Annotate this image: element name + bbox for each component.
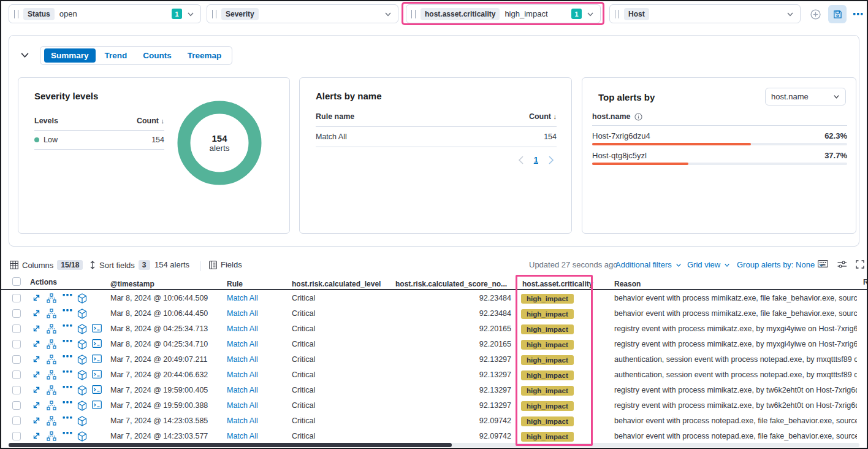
rule-link[interactable]: Match All <box>227 370 258 379</box>
analyzer-graph-icon[interactable] <box>47 339 56 349</box>
sort-fields-button[interactable]: Sort fields 3 <box>89 260 150 270</box>
add-filter-button[interactable] <box>806 5 824 23</box>
more-actions-icon[interactable] <box>63 339 72 349</box>
row-checkbox[interactable] <box>12 416 21 425</box>
analyzer-graph-icon[interactable] <box>47 293 56 303</box>
more-actions-icon[interactable] <box>63 309 72 318</box>
tab-trend[interactable]: Trend <box>98 48 134 63</box>
rule-link[interactable]: Match All <box>227 294 258 302</box>
select-all-checkbox[interactable] <box>12 277 21 286</box>
session-view-icon[interactable] <box>77 309 87 318</box>
fullscreen-button[interactable] <box>856 260 864 269</box>
expand-alert-icon[interactable] <box>32 370 42 380</box>
drag-handle-icon[interactable] <box>212 10 216 18</box>
tab-treemap[interactable]: Treemap <box>181 48 229 63</box>
analyzer-graph-icon[interactable] <box>47 385 56 395</box>
row-checkbox[interactable] <box>12 401 21 410</box>
grid-settings-button[interactable] <box>837 260 847 269</box>
expand-alert-icon[interactable] <box>32 416 42 426</box>
analyzer-graph-icon[interactable] <box>47 309 56 318</box>
query-menu-button[interactable] <box>849 5 867 23</box>
expand-alert-icon[interactable] <box>32 339 42 349</box>
row-checkbox[interactable] <box>12 324 21 333</box>
drag-handle-icon[interactable] <box>615 10 619 18</box>
drag-handle-icon[interactable] <box>411 10 416 18</box>
expand-alert-icon[interactable] <box>32 431 42 441</box>
session-view-icon[interactable] <box>77 385 87 395</box>
row-checkbox[interactable] <box>12 370 21 379</box>
rule-link[interactable]: Match All <box>227 432 258 440</box>
expand-alert-icon[interactable] <box>32 385 42 395</box>
rule-link[interactable]: Match All <box>227 386 258 394</box>
session-view-icon[interactable] <box>77 370 87 380</box>
more-actions-icon[interactable] <box>63 416 72 426</box>
session-view-icon[interactable] <box>77 416 87 426</box>
page-number[interactable]: 1 <box>534 155 538 164</box>
grid-view-dropdown[interactable]: Grid view <box>687 260 730 269</box>
expand-alert-icon[interactable] <box>32 355 42 364</box>
row-checkbox[interactable] <box>12 355 21 364</box>
filter-pill-status[interactable]: Status open 1 <box>9 4 201 23</box>
fields-button[interactable]: Fields <box>209 260 242 269</box>
more-actions-icon[interactable] <box>63 385 72 395</box>
rule-link[interactable]: Match All <box>227 355 258 364</box>
analyzer-graph-icon[interactable] <box>47 370 56 380</box>
more-actions-icon[interactable] <box>63 401 72 410</box>
expand-alert-icon[interactable] <box>32 401 42 410</box>
rule-link[interactable]: Match All <box>227 401 258 410</box>
tab-counts[interactable]: Counts <box>136 48 178 63</box>
terminal-icon[interactable] <box>92 324 102 334</box>
save-query-button[interactable] <box>828 5 847 23</box>
row-checkbox[interactable] <box>12 386 21 394</box>
rule-link[interactable]: Match All <box>227 340 258 348</box>
more-actions-icon[interactable] <box>63 324 72 334</box>
session-view-icon[interactable] <box>77 324 87 334</box>
session-view-icon[interactable] <box>77 431 87 441</box>
rule-link[interactable]: Match All <box>227 309 258 318</box>
horizontal-scrollbar[interactable] <box>9 443 859 447</box>
rule-link[interactable]: Match All <box>227 416 258 425</box>
additional-filters-dropdown[interactable]: Additional filters <box>615 260 682 269</box>
terminal-icon[interactable] <box>92 385 102 395</box>
more-actions-icon[interactable] <box>63 431 72 441</box>
session-view-icon[interactable] <box>77 293 87 303</box>
row-checkbox[interactable] <box>12 340 21 348</box>
group-alerts-dropdown[interactable]: Group alerts by: None <box>737 260 824 269</box>
col-header-count[interactable]: Count ↓ <box>529 112 557 121</box>
row-checkbox[interactable] <box>12 432 21 440</box>
terminal-icon[interactable] <box>92 339 102 349</box>
expand-alert-icon[interactable] <box>32 324 42 334</box>
more-actions-icon[interactable] <box>63 370 72 380</box>
info-icon[interactable] <box>634 113 642 121</box>
tab-summary[interactable]: Summary <box>44 48 96 63</box>
drag-handle-icon[interactable] <box>14 10 18 18</box>
expand-alert-icon[interactable] <box>32 293 42 303</box>
row-checkbox[interactable] <box>12 294 21 302</box>
analyzer-graph-icon[interactable] <box>47 355 56 364</box>
terminal-icon[interactable] <box>92 401 102 410</box>
top-alerts-field-select[interactable]: host.name <box>765 88 846 106</box>
more-actions-icon[interactable] <box>63 355 72 364</box>
analyzer-graph-icon[interactable] <box>47 401 56 410</box>
filter-pill-severity[interactable]: Severity <box>207 4 398 23</box>
col-header-count[interactable]: Count ↓ <box>137 117 164 125</box>
filter-pill-host[interactable]: Host <box>609 4 801 23</box>
row-checkbox[interactable] <box>12 309 21 318</box>
analyzer-graph-icon[interactable] <box>47 416 56 426</box>
terminal-icon[interactable] <box>92 370 102 380</box>
terminal-icon[interactable] <box>92 355 102 364</box>
more-actions-icon[interactable] <box>63 293 72 303</box>
collapse-section-icon[interactable] <box>20 50 29 59</box>
prev-page-icon[interactable] <box>518 156 524 164</box>
analyzer-graph-icon[interactable] <box>47 431 56 441</box>
session-view-icon[interactable] <box>77 401 87 410</box>
keyboard-shortcuts-button[interactable] <box>818 260 828 267</box>
session-view-icon[interactable] <box>77 355 87 364</box>
next-page-icon[interactable] <box>548 156 554 164</box>
rule-link[interactable]: Match All <box>227 324 258 333</box>
filter-pill-criticality[interactable]: host.asset.criticality high_impact 1 <box>406 4 601 23</box>
analyzer-graph-icon[interactable] <box>47 324 56 334</box>
columns-button[interactable]: Columns 15/18 <box>10 260 83 270</box>
expand-alert-icon[interactable] <box>32 309 42 318</box>
scrollbar-thumb[interactable] <box>9 443 452 447</box>
